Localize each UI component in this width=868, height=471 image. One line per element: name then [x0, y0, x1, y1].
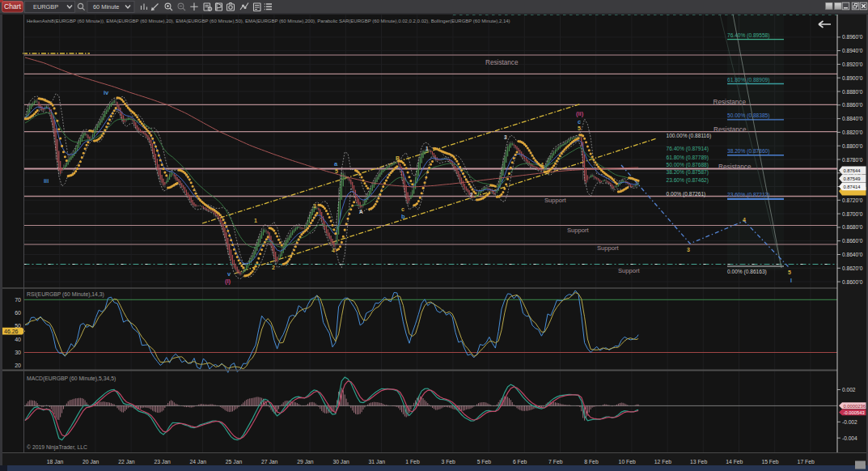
svg-text:30 Jan: 30 Jan [332, 459, 349, 465]
svg-text:0.8700’0: 0.8700’0 [842, 211, 863, 217]
svg-text:I: I [790, 278, 792, 283]
svg-text:27 Jan: 27 Jan [261, 459, 278, 465]
svg-text:0.87414: 0.87414 [844, 185, 862, 189]
svg-text:(ii): (ii) [576, 110, 584, 117]
svg-text:0.8800’0: 0.8800’0 [842, 143, 863, 149]
svg-text:B: B [396, 155, 400, 161]
svg-text:2: 2 [470, 192, 473, 197]
svg-text:0.8880’0: 0.8880’0 [842, 89, 863, 95]
svg-text:-0.000543: -0.000543 [844, 410, 865, 415]
svg-text:13 Feb: 13 Feb [690, 459, 707, 465]
svg-text:5: 5 [335, 168, 338, 174]
svg-text:4: 4 [540, 162, 544, 168]
svg-text:15 Feb: 15 Feb [761, 459, 778, 465]
svg-text:40: 40 [15, 337, 21, 342]
svg-text:EURGBP: EURGBP [33, 3, 58, 11]
svg-text:38.20% (0.87587): 38.20% (0.87587) [667, 169, 709, 176]
svg-text:0.8940’0: 0.8940’0 [842, 48, 863, 53]
svg-text:3: 3 [313, 203, 316, 209]
svg-text:0.8960’0: 0.8960’0 [842, 34, 863, 40]
svg-text:76.40% (0.89558): 76.40% (0.89558) [727, 32, 769, 39]
svg-text:25 Jan: 25 Jan [226, 459, 243, 465]
svg-text:100.00% (0.88116): 100.00% (0.88116) [667, 133, 712, 139]
svg-text:38.20% (0.87860): 38.20% (0.87860) [727, 148, 769, 155]
svg-text:b: b [401, 213, 405, 220]
svg-text:iv: iv [104, 89, 109, 96]
svg-text:0.87549: 0.87549 [844, 176, 861, 181]
svg-text:4: 4 [332, 248, 335, 253]
svg-text:22 Jan: 22 Jan [118, 459, 135, 465]
svg-text:6 Feb: 6 Feb [513, 459, 527, 465]
svg-text:0.8620’0: 0.8620’0 [842, 265, 863, 271]
svg-text:Support: Support [567, 227, 589, 234]
svg-text:7 Feb: 7 Feb [548, 459, 563, 465]
svg-text:-0.002: -0.002 [842, 419, 857, 425]
svg-text:50.00% (0.88385): 50.00% (0.88385) [727, 112, 769, 119]
svg-text:0.00% (0.87261): 0.00% (0.87261) [667, 191, 706, 197]
svg-text:1: 1 [426, 146, 429, 151]
svg-text:10 Feb: 10 Feb [619, 459, 636, 465]
svg-text:0.002: 0.002 [842, 387, 856, 392]
svg-text:23 Jan: 23 Jan [154, 459, 171, 465]
svg-text:4: 4 [743, 217, 746, 223]
svg-text:30: 30 [15, 350, 21, 355]
svg-text:5: 5 [578, 125, 581, 131]
svg-text:0.8720’0: 0.8720’0 [842, 197, 863, 203]
svg-text:29 Jan: 29 Jan [297, 459, 314, 465]
svg-text:Resistance: Resistance [718, 163, 752, 171]
svg-text:46.26: 46.26 [4, 329, 19, 334]
svg-text:0.8640’0: 0.8640’0 [842, 252, 863, 257]
svg-text:0.87644: 0.87644 [844, 168, 862, 173]
svg-text:Resistance: Resistance [485, 59, 519, 66]
svg-text:0.8780’0: 0.8780’0 [842, 157, 863, 163]
svg-text:Support: Support [544, 197, 566, 204]
svg-text:50.00% (0.87688): 50.00% (0.87688) [667, 162, 709, 168]
svg-text:1 Feb: 1 Feb [405, 459, 420, 465]
svg-text:2: 2 [272, 265, 275, 270]
svg-text:12 Feb: 12 Feb [654, 459, 671, 465]
svg-text:0.8860’0: 0.8860’0 [842, 102, 863, 108]
svg-text:A: A [359, 209, 363, 214]
svg-text:3: 3 [687, 247, 690, 252]
svg-text:24 Jan: 24 Jan [190, 459, 207, 465]
svg-text:© 2019 NinjaTrader, LLC: © 2019 NinjaTrader, LLC [27, 444, 87, 451]
svg-text:MACD(EURGBP (60 Minute),5,34,5: MACD(EURGBP (60 Minute),5,34,5) [27, 376, 116, 382]
svg-text:17 Feb: 17 Feb [798, 459, 815, 465]
svg-text:23.60% (0.87462): 23.60% (0.87462) [667, 177, 709, 184]
svg-text:3: 3 [504, 134, 507, 140]
svg-text:c: c [578, 118, 581, 125]
svg-text:0.8600’0: 0.8600’0 [842, 279, 863, 285]
svg-text:18 Jan: 18 Jan [47, 459, 64, 465]
svg-text:8 Feb: 8 Feb [584, 459, 599, 465]
svg-text:RSI(EURGBP (60 Minute),14,3): RSI(EURGBP (60 Minute),14,3) [27, 291, 104, 298]
svg-text:0.8840’0: 0.8840’0 [842, 116, 863, 121]
svg-text:Chart: Chart [4, 2, 22, 11]
svg-text:0.8920’0: 0.8920’0 [842, 62, 863, 67]
svg-text:iii: iii [44, 177, 49, 185]
svg-text:20: 20 [15, 363, 21, 368]
svg-text:0.0000236: 0.0000236 [844, 404, 866, 409]
svg-text:Support: Support [618, 267, 640, 274]
svg-text:5 Feb: 5 Feb [477, 459, 492, 465]
svg-text:61.80% (0.88909): 61.80% (0.88909) [727, 77, 769, 83]
svg-text:Support: Support [597, 244, 619, 252]
svg-text:5: 5 [788, 269, 791, 275]
svg-text:c: c [401, 206, 404, 212]
svg-text:-0.004: -0.004 [842, 435, 857, 441]
svg-text:HeikenAshi8(EURGBP (60 Minute): HeikenAshi8(EURGBP (60 Minute)), EMA(EUR… [27, 19, 510, 23]
svg-text:60: 60 [15, 310, 21, 316]
svg-text:60 Minute: 60 Minute [93, 3, 119, 11]
svg-text:14 Feb: 14 Feb [726, 459, 743, 465]
svg-text:0.8680’0: 0.8680’0 [842, 224, 863, 230]
svg-text:0.00% (0.86163): 0.00% (0.86163) [727, 269, 767, 275]
svg-text:70: 70 [15, 297, 21, 303]
svg-text:76.40% (0.87914): 76.40% (0.87914) [667, 146, 709, 152]
svg-text:1: 1 [254, 218, 257, 223]
svg-text:20 Jan: 20 Jan [83, 459, 100, 465]
svg-text:0.8660’0: 0.8660’0 [842, 238, 863, 244]
svg-text:0.8820’0: 0.8820’0 [842, 129, 863, 135]
svg-text:3 Feb: 3 Feb [442, 459, 456, 465]
svg-text:Resistance: Resistance [713, 126, 747, 134]
svg-text:31 Jan: 31 Jan [369, 459, 386, 465]
svg-text:(I): (I) [225, 278, 231, 285]
